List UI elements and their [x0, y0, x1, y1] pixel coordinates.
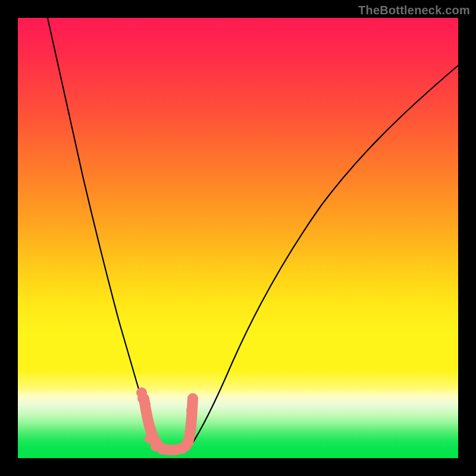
chart-frame: TheBottleneck.com: [0, 0, 476, 476]
right-curve: [190, 65, 458, 446]
left-curve: [48, 18, 159, 446]
valley-marker: [136, 387, 198, 455]
curve-layer: [18, 18, 458, 458]
plot-area: [18, 18, 458, 458]
watermark-text: TheBottleneck.com: [358, 4, 470, 17]
